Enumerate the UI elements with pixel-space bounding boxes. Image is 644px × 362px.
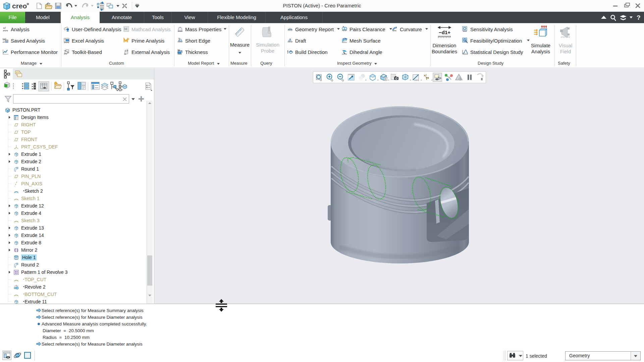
svg-text:3D: 3D (177, 49, 180, 51)
svg-text:creo: creo (12, 2, 27, 10)
svg-text:×/: ×/ (3, 26, 6, 30)
svg-text:−d1+: −d1+ (439, 29, 450, 35)
svg-text:×/: ×/ (424, 74, 427, 77)
svg-text:?: ? (637, 14, 641, 21)
